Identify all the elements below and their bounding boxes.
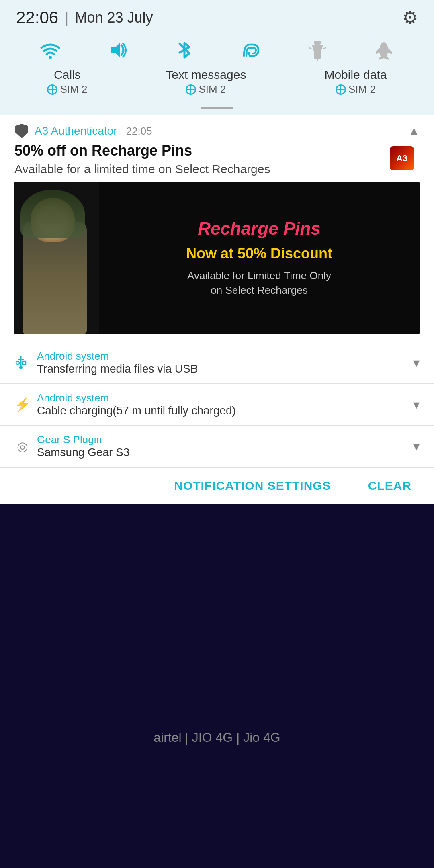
texts-sim-text: SIM 2 <box>199 83 226 96</box>
flashlight-toggle[interactable] <box>309 40 326 61</box>
a3-notif-body: Available for a limited time on Select R… <box>14 162 420 176</box>
svg-rect-5 <box>314 53 321 59</box>
dark-background: airtel | JIO 4G | Jio 4G <box>0 504 434 777</box>
data-sim: SIM 2 <box>336 83 376 96</box>
sound-toggle[interactable] <box>108 41 129 59</box>
svg-point-11 <box>16 361 19 364</box>
charging-notif-content: Android system Cable charging(57 m until… <box>37 392 407 417</box>
sim-data: Mobile data SIM 2 <box>324 68 387 96</box>
promo-image: Recharge Pins Now at 50% Discount Availa… <box>14 182 420 334</box>
usb-notif-text: Transferring media files via USB <box>37 362 407 375</box>
shield-icon <box>15 124 28 138</box>
usb-notif-content: Android system Transferring media files … <box>37 350 407 375</box>
texts-globe-icon <box>186 84 196 95</box>
calls-label: Calls <box>54 68 81 82</box>
airplane-toggle[interactable] <box>373 41 394 60</box>
texts-label: Text messages <box>166 68 246 82</box>
svg-point-0 <box>49 56 52 59</box>
a3-app-icon <box>14 124 29 138</box>
status-date: Mon 23 July <box>75 9 153 26</box>
charging-notification[interactable]: ⚡ Android system Cable charging(57 m unt… <box>0 384 434 426</box>
charge-icon: ⚡ <box>14 397 31 412</box>
settings-icon[interactable]: ⚙ <box>402 7 418 28</box>
svg-point-2 <box>247 52 250 55</box>
promo-title: Recharge Pins <box>107 219 411 239</box>
sim-calls: Calls SIM 2 <box>47 68 87 96</box>
nfc-toggle[interactable] <box>241 41 262 59</box>
calls-sim-text: SIM 2 <box>60 83 87 96</box>
data-globe-icon <box>336 84 346 95</box>
usb-icon <box>14 356 31 370</box>
svg-rect-12 <box>23 361 26 364</box>
carrier-text: airtel | JIO 4G | Jio 4G <box>154 730 280 745</box>
svg-line-7 <box>309 48 311 49</box>
calls-globe-icon <box>47 84 57 95</box>
gear-s-notif-text: Samsung Gear S3 <box>37 446 407 459</box>
usb-transfer-notification[interactable]: Android system Transferring media files … <box>0 342 434 384</box>
texts-sim: SIM 2 <box>186 83 226 96</box>
a3-logo-badge: A3 <box>390 146 414 170</box>
promo-subtitle: Available for Limited Time Only on Selec… <box>107 268 411 298</box>
wifi-toggle[interactable] <box>40 41 61 59</box>
drag-handle[interactable] <box>0 103 434 115</box>
promo-text-area: Recharge Pins Now at 50% Discount Availa… <box>99 211 420 306</box>
charging-app-name: Android system <box>37 392 407 404</box>
svg-line-8 <box>324 48 326 49</box>
gear-s-expand-icon[interactable]: ▾ <box>413 439 420 454</box>
data-label: Mobile data <box>324 68 387 82</box>
gear-s-icon: ◎ <box>14 439 31 454</box>
a3-notification-card[interactable]: A3 Authenticator 22:05 ▲ 50% off on Rech… <box>0 115 434 342</box>
notifications-area: A3 Authenticator 22:05 ▲ 50% off on Rech… <box>0 115 434 504</box>
svg-marker-4 <box>312 45 323 53</box>
svg-rect-3 <box>314 41 321 45</box>
status-time: 22:06 <box>16 8 58 27</box>
gear-s-notification[interactable]: ◎ Gear S Plugin Samsung Gear S3 ▾ <box>0 426 434 467</box>
expand-icon[interactable]: ▲ <box>408 125 420 137</box>
data-sim-text: SIM 2 <box>348 83 376 96</box>
calls-sim: SIM 2 <box>47 83 87 96</box>
gear-s-app-name: Gear S Plugin <box>37 434 407 446</box>
a3-notif-header: A3 Authenticator 22:05 ▲ <box>14 124 420 138</box>
usb-expand-icon[interactable]: ▾ <box>413 355 420 371</box>
svg-point-13 <box>19 366 23 369</box>
notification-actions: NOTIFICATION SETTINGS CLEAR <box>0 467 434 504</box>
notification-settings-button[interactable]: NOTIFICATION SETTINGS <box>168 476 337 496</box>
a3-notif-title: 50% off on Recharge Pins <box>14 142 420 159</box>
quick-toggles-row <box>0 32 434 65</box>
status-bar: 22:06 | Mon 23 July ⚙ <box>0 0 434 32</box>
svg-marker-1 <box>111 43 120 57</box>
promo-discount: Now at 50% Discount <box>107 245 411 262</box>
usb-app-name: Android system <box>37 350 407 362</box>
clear-button[interactable]: CLEAR <box>362 476 418 496</box>
drag-handle-bar <box>201 107 233 109</box>
status-divider: | <box>65 9 68 26</box>
charging-notif-text: Cable charging(57 m until fully charged) <box>37 404 407 417</box>
gear-s-notif-content: Gear S Plugin Samsung Gear S3 <box>37 434 407 459</box>
sim-texts: Text messages SIM 2 <box>166 68 246 96</box>
charging-expand-icon[interactable]: ▾ <box>413 397 420 412</box>
bluetooth-toggle[interactable] <box>176 40 193 61</box>
a3-notif-time: 22:05 <box>126 125 152 137</box>
sim-info-row: Calls SIM 2 Text messages SIM 2 Mobile d… <box>0 65 434 103</box>
status-bar-left: 22:06 | Mon 23 July <box>16 8 153 27</box>
a3-app-name: A3 Authenticator <box>35 125 117 137</box>
